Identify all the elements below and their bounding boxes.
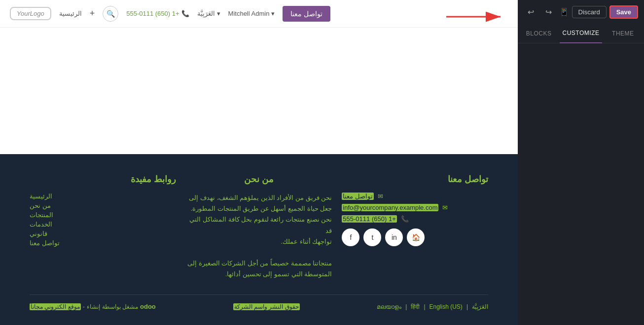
admin-label: Mitchell Admin bbox=[228, 10, 270, 17]
footer-email[interactable]: ✉ info@yourcompany.example.com bbox=[342, 204, 488, 211]
navbar: تواصل معنا ▾ Mitchell Admin ▾ العَرَبِيَ… bbox=[0, 0, 518, 28]
footer-link-products[interactable]: المنتجات bbox=[30, 211, 53, 219]
message-icon: ✉ bbox=[378, 193, 383, 200]
footer: تواصل معنا ✉ تواصل معنا ✉ info@yourcompa… bbox=[0, 154, 518, 325]
mobile-view-button[interactable]: 📱 bbox=[559, 7, 569, 17]
footer-about-text: نحن فريق من الأفراد الذين يملؤهم الشغف، … bbox=[186, 193, 332, 280]
footer-link-services[interactable]: الخدمات bbox=[30, 221, 52, 228]
email-text: info@yourcompany.example.com bbox=[342, 204, 438, 211]
phone-number: 📞 +1 (650) 555-0111 bbox=[126, 10, 189, 17]
footer-about-title: من نحن bbox=[186, 174, 332, 185]
social-links: 🏠 in t f bbox=[342, 228, 488, 246]
lang-hi[interactable]: हिंदी bbox=[411, 303, 420, 310]
phone-text: +1 (650) 555-0111 bbox=[126, 10, 179, 17]
footer-links-col: روابط مفيدة الرئيسية من نحن المنتجات الخ… bbox=[30, 174, 176, 280]
footer-links-list: الرئيسية من نحن المنتجات الخدمات قانوني … bbox=[30, 193, 176, 247]
home-link[interactable]: الرئيسية bbox=[59, 10, 82, 17]
home-label: الرئيسية bbox=[59, 10, 82, 17]
panel-toolbar: ↩ ↪ 📱 Discard Save bbox=[518, 0, 644, 24]
admin-dropdown[interactable]: ▾ Mitchell Admin bbox=[228, 10, 275, 17]
redo-button[interactable]: ↪ bbox=[541, 5, 555, 19]
footer-link-contact[interactable]: تواصل معنا bbox=[30, 239, 60, 247]
panel-content bbox=[518, 43, 644, 325]
tab-blocks[interactable]: BLOCKS bbox=[518, 24, 560, 43]
twitter-btn[interactable]: t bbox=[363, 228, 381, 246]
powered-by: موقع الكتروني مجاناً - إنشاء مشغل بواسطة… bbox=[30, 303, 156, 310]
phone-footer-text: +1 (650) 555-0111 bbox=[342, 215, 396, 223]
footer-link-about[interactable]: من نحن bbox=[30, 202, 51, 209]
mobile-icon: 📱 bbox=[559, 8, 569, 16]
odoo-logo: odoo bbox=[140, 303, 156, 310]
tab-customize[interactable]: CUSTOMIZE bbox=[560, 24, 602, 43]
toolbar-left: ↩ ↪ bbox=[524, 5, 555, 19]
toolbar-right: 📱 Discard Save bbox=[559, 5, 638, 19]
save-button[interactable]: Save bbox=[609, 5, 638, 19]
phone-icon: 📞 bbox=[181, 10, 189, 17]
page-content bbox=[0, 28, 518, 154]
footer-contact-title: تواصل معنا bbox=[342, 174, 488, 185]
footer-phone[interactable]: 📞 +1 (650) 555-0111 bbox=[342, 215, 488, 223]
create-label[interactable]: إنشاء bbox=[87, 303, 100, 310]
panel-tabs: BLOCKS CUSTOMIZE THEME bbox=[518, 24, 644, 43]
contact-label: تواصل معنا bbox=[342, 193, 374, 200]
lang-en[interactable]: English (US) bbox=[429, 303, 463, 310]
contact-button[interactable]: تواصل معنا bbox=[283, 6, 330, 22]
dash-separator: - bbox=[83, 303, 85, 310]
footer-link-legal[interactable]: قانوني bbox=[30, 230, 47, 237]
language-switcher: മലയാളം | हिंदी | English (US) | العَرَبِ… bbox=[377, 303, 488, 310]
footer-about-col: من نحن نحن فريق من الأفراد الذين يملؤهم … bbox=[186, 174, 332, 280]
dropdown-arrow: ▾ bbox=[271, 10, 275, 17]
lang-ml[interactable]: മലയാളം bbox=[377, 303, 401, 310]
email-icon: ✉ bbox=[442, 204, 448, 211]
free-website-label[interactable]: موقع الكتروني مجاناً bbox=[30, 303, 81, 310]
footer-links-title: روابط مفيدة bbox=[30, 174, 176, 185]
dropdown-arrow-lang: ▾ bbox=[217, 10, 220, 17]
copyright: حقوق النشر واسم الشركة bbox=[233, 303, 300, 310]
add-button[interactable]: + bbox=[90, 8, 95, 19]
footer-link-home[interactable]: الرئيسية bbox=[30, 193, 52, 200]
editor-panel: ↩ ↪ 📱 Discard Save BLOCKS CUSTOMIZE THEM… bbox=[518, 0, 644, 325]
search-icon: 🔍 bbox=[107, 10, 115, 18]
facebook-btn[interactable]: f bbox=[342, 228, 359, 246]
language-dropdown[interactable]: ▾ العَرَبِيَّة bbox=[197, 10, 220, 17]
undo-button[interactable]: ↩ bbox=[524, 5, 537, 19]
logo: YourLogo bbox=[10, 7, 51, 20]
tab-theme[interactable]: THEME bbox=[602, 24, 644, 43]
home-social-btn[interactable]: 🏠 bbox=[407, 228, 425, 246]
canvas-area: تواصل معنا ▾ Mitchell Admin ▾ العَرَبِيَ… bbox=[0, 0, 518, 325]
discard-button[interactable]: Discard bbox=[572, 6, 607, 18]
footer-contact-link[interactable]: ✉ تواصل معنا bbox=[342, 193, 488, 200]
lang-ar[interactable]: العَرَبِيَّة bbox=[472, 303, 488, 310]
footer-contact-col: تواصل معنا ✉ تواصل معنا ✉ info@yourcompa… bbox=[342, 174, 488, 280]
footer-columns: تواصل معنا ✉ تواصل معنا ✉ info@yourcompa… bbox=[30, 174, 488, 280]
footer-bottom: موقع الكتروني مجاناً - إنشاء مشغل بواسطة… bbox=[30, 294, 488, 310]
linkedin-btn[interactable]: in bbox=[385, 228, 403, 246]
search-button[interactable]: 🔍 bbox=[103, 6, 118, 22]
language-label: العَرَبِيَّة bbox=[197, 10, 215, 17]
powered-text: مشغل بواسطة bbox=[102, 303, 138, 310]
phone-footer-icon: 📞 bbox=[401, 215, 409, 223]
